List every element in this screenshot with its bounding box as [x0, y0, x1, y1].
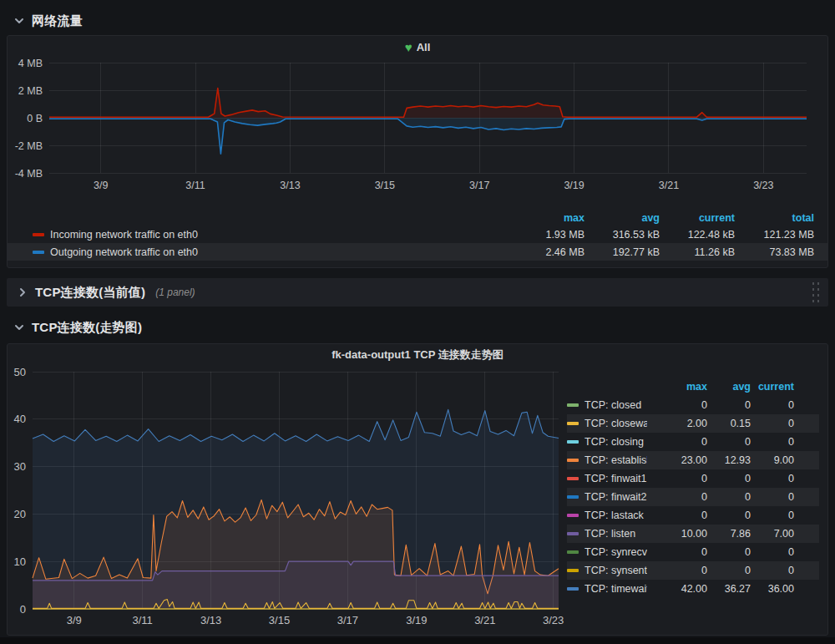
series-color-swatch-icon[interactable]	[567, 550, 579, 554]
panel1-title: All	[417, 41, 431, 53]
panel-title-bar[interactable]: fk-data-output1 TCP 连接数走势图	[8, 344, 827, 366]
svg-text:20: 20	[14, 508, 26, 520]
legend-header-row: maxavgcurrenttotal	[8, 210, 827, 226]
svg-text:3/19: 3/19	[406, 614, 427, 626]
network-traffic-chart[interactable]: 3/93/113/133/153/173/193/213/234 MB2 MB0…	[8, 58, 814, 195]
legend-value: 0	[751, 436, 794, 448]
legend-row: TCP: established23.0012.939.00	[567, 451, 819, 469]
tcp-legend-table: maxavgcurrentTCP: closed000TCP: closewai…	[567, 378, 819, 598]
svg-text:10: 10	[14, 555, 26, 568]
series-name: TCP: closing	[584, 436, 644, 448]
legend-row: TCP: finwait1000	[567, 469, 819, 488]
series-color-swatch-icon[interactable]	[567, 495, 579, 499]
svg-text:3/17: 3/17	[337, 614, 358, 626]
series-color-swatch-icon[interactable]	[567, 403, 579, 407]
legend-series-label[interactable]: TCP: closing	[567, 436, 647, 448]
legend-value: 0	[751, 491, 794, 503]
series-color-swatch-icon[interactable]	[567, 514, 579, 517]
series-name: TCP: synrecv	[584, 546, 647, 558]
legend-series-label[interactable]: TCP: finwait2	[567, 491, 647, 503]
legend-value: 7.00	[751, 528, 794, 540]
series-name: Outgoing network traffic on eth0	[50, 246, 198, 258]
svg-text:50: 50	[14, 366, 26, 378]
legend-series-label[interactable]: TCP: synsent	[567, 565, 647, 576]
legend-series-label[interactable]: TCP: closed	[567, 399, 647, 411]
svg-text:3/21: 3/21	[474, 614, 495, 626]
legend-value: 0	[751, 399, 794, 411]
legend-value: 9.00	[751, 454, 794, 466]
legend-value: 0	[647, 436, 707, 448]
panel-title-bar[interactable]: ♥ All	[8, 36, 827, 58]
series-color-swatch-icon[interactable]	[567, 422, 579, 425]
legend-value: 0	[707, 491, 751, 503]
legend-value: 0	[647, 491, 707, 503]
svg-text:30: 30	[14, 460, 26, 473]
legend-sort-header[interactable]: total	[735, 212, 814, 224]
tcp-trend-panel: fk-data-output1 TCP 连接数走势图 3/93/113/133/…	[7, 343, 828, 636]
legend-value: 0	[707, 546, 751, 558]
series-color-swatch-icon[interactable]	[33, 251, 44, 254]
legend-series-label[interactable]: TCP: closewait	[567, 418, 647, 429]
legend-sort-header[interactable]: avg	[707, 381, 751, 393]
row-header-network[interactable]: 网络流量	[7, 8, 828, 33]
svg-text:3/13: 3/13	[200, 614, 221, 626]
row-title: TCP连接数(当前值)	[35, 285, 145, 301]
series-color-swatch-icon[interactable]	[33, 233, 44, 236]
legend-series-label[interactable]: Incoming network traffic on eth0	[33, 229, 509, 241]
legend-series-label[interactable]: TCP: synrecv	[567, 546, 647, 558]
svg-text:-2 MB: -2 MB	[15, 140, 43, 152]
legend-series-label[interactable]: TCP: finwait1	[567, 473, 647, 484]
legend-series-label[interactable]: TCP: lastack	[567, 510, 647, 521]
series-color-swatch-icon[interactable]	[567, 440, 579, 444]
legend-value: 42.00	[647, 583, 707, 595]
legend-value: 316.53 kB	[584, 229, 660, 241]
legend-row: TCP: timewait42.0036.2736.00	[567, 580, 819, 598]
page-bottom-gutter	[0, 637, 835, 644]
legend-row: TCP: closed000	[567, 396, 819, 414]
legend-value: 0	[647, 473, 707, 484]
series-name: TCP: lastack	[584, 510, 644, 521]
row-panel-count: (1 panel)	[155, 287, 195, 298]
legend-value: 0	[647, 510, 707, 521]
legend-sort-header[interactable]: max	[647, 381, 707, 393]
chevron-right-icon	[17, 287, 28, 298]
legend-sort-header[interactable]: avg	[584, 212, 660, 224]
svg-text:3/19: 3/19	[564, 180, 584, 191]
tcp-connections-chart[interactable]: 3/93/113/133/153/173/193/213/23010203040…	[8, 366, 567, 630]
series-color-swatch-icon[interactable]	[567, 587, 579, 591]
legend-sort-header[interactable]: current	[751, 381, 794, 393]
svg-text:40: 40	[14, 413, 26, 425]
svg-text:3/15: 3/15	[269, 614, 290, 626]
series-color-swatch-icon[interactable]	[567, 532, 579, 535]
legend-series-label[interactable]: TCP: timewait	[567, 583, 647, 595]
row-header-tcp-trend[interactable]: TCP连接数(走势图)	[7, 315, 828, 340]
svg-text:2 MB: 2 MB	[18, 85, 43, 97]
legend-value: 11.26 kB	[660, 246, 735, 258]
series-color-swatch-icon[interactable]	[567, 477, 579, 480]
legend-sort-header[interactable]: max	[509, 212, 584, 224]
series-name: TCP: closewait	[584, 418, 647, 429]
network-traffic-panel: ♥ All 3/93/113/133/153/173/193/213/234 M…	[7, 35, 828, 268]
legend-value: 122.48 kB	[660, 229, 735, 241]
legend-sort-header[interactable]: current	[660, 212, 735, 224]
legend-row: Incoming network traffic on eth01.93 MB3…	[8, 226, 827, 243]
legend-value: 7.86	[707, 528, 751, 540]
svg-text:3/17: 3/17	[469, 180, 489, 191]
legend-value: 121.23 MB	[735, 229, 814, 241]
series-name: TCP: synsent	[584, 565, 647, 576]
row-header-tcp-current[interactable]: TCP连接数(当前值) (1 panel)	[7, 278, 828, 307]
legend-series-label[interactable]: TCP: listen	[567, 528, 647, 540]
series-color-swatch-icon[interactable]	[567, 569, 579, 572]
legend-row: TCP: closewait2.000.150	[567, 414, 819, 433]
series-name: TCP: established	[584, 454, 647, 466]
legend-series-label[interactable]: TCP: established	[567, 454, 647, 466]
dashboard: 网络流量 ♥ All 3/93/113/133/153/173/193/213/…	[0, 0, 835, 636]
legend-value: 36.00	[751, 583, 794, 595]
svg-text:3/11: 3/11	[185, 180, 205, 191]
legend-row: TCP: synrecv000	[567, 543, 819, 561]
svg-text:3/9: 3/9	[67, 614, 82, 626]
drag-handle-icon[interactable]	[811, 281, 820, 304]
legend-series-label[interactable]: Outgoing network traffic on eth0	[33, 246, 509, 258]
svg-text:3/23: 3/23	[543, 614, 564, 626]
series-color-swatch-icon[interactable]	[567, 459, 579, 462]
